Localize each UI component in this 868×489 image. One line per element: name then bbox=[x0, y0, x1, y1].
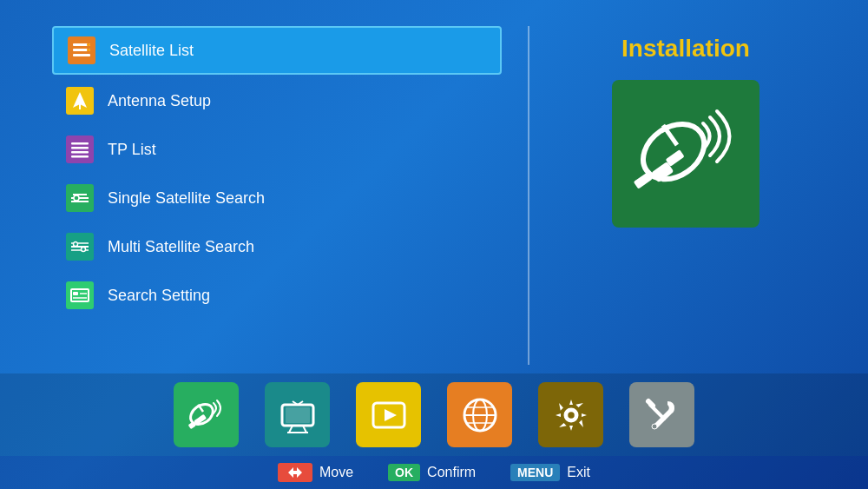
right-panel: Installation bbox=[556, 26, 816, 365]
menu-item-tp-list[interactable]: TP List bbox=[52, 127, 502, 172]
move-key-icon bbox=[278, 463, 312, 482]
bottom-icon-media[interactable] bbox=[356, 382, 421, 447]
svg-point-50 bbox=[652, 424, 657, 429]
tp-list-icon bbox=[66, 135, 94, 163]
content-area: Satellite List Antenna Setup bbox=[0, 0, 868, 373]
svg-point-19 bbox=[82, 248, 86, 252]
menu-item-search-setting[interactable]: Search Setting bbox=[52, 273, 502, 318]
bottom-icon-tv[interactable] bbox=[265, 382, 330, 447]
bottom-icon-tools[interactable] bbox=[629, 382, 694, 447]
svg-point-49 bbox=[567, 411, 575, 420]
menu-label-satellite-list: Satellite List bbox=[109, 42, 194, 60]
exit-status: MENU Exit bbox=[510, 464, 590, 481]
single-satellite-search-icon bbox=[66, 184, 94, 212]
left-panel: Satellite List Antenna Setup bbox=[52, 26, 502, 365]
multi-satellite-search-icon bbox=[66, 233, 94, 261]
main-container: Satellite List Antenna Setup bbox=[0, 0, 868, 489]
svg-line-52 bbox=[648, 401, 653, 406]
svg-rect-2 bbox=[73, 54, 90, 56]
status-bar: Move OK Confirm MENU Exit bbox=[0, 456, 868, 489]
svg-rect-8 bbox=[71, 147, 89, 149]
bottom-icon-settings[interactable] bbox=[538, 382, 603, 447]
antenna-setup-icon bbox=[66, 87, 94, 115]
menu-label-antenna-setup: Antenna Setup bbox=[108, 92, 211, 110]
menu-label-search-setting: Search Setting bbox=[108, 287, 210, 305]
svg-point-14 bbox=[74, 195, 79, 201]
svg-marker-54 bbox=[293, 467, 302, 478]
svg-rect-9 bbox=[71, 151, 89, 154]
svg-marker-42 bbox=[385, 409, 397, 421]
svg-rect-10 bbox=[71, 155, 89, 158]
svg-rect-4 bbox=[87, 49, 90, 51]
menu-item-multi-satellite-search[interactable]: Multi Satellite Search bbox=[52, 224, 502, 269]
svg-rect-35 bbox=[286, 407, 310, 423]
move-label: Move bbox=[319, 465, 353, 480]
exit-label: Exit bbox=[567, 465, 590, 480]
satellite-preview-box bbox=[612, 80, 760, 228]
menu-item-antenna-setup[interactable]: Antenna Setup bbox=[52, 78, 502, 123]
search-setting-icon bbox=[66, 281, 94, 309]
menu-label-single-satellite-search: Single Satellite Search bbox=[108, 189, 265, 208]
satellite-list-icon bbox=[68, 36, 95, 64]
bottom-icons-bar bbox=[0, 373, 868, 456]
menu-item-satellite-list[interactable]: Satellite List bbox=[52, 26, 502, 75]
installation-title: Installation bbox=[621, 35, 750, 63]
svg-point-18 bbox=[74, 242, 78, 247]
svg-rect-21 bbox=[73, 292, 78, 295]
confirm-label: Confirm bbox=[427, 465, 476, 480]
ok-key-badge: OK bbox=[388, 464, 420, 481]
svg-rect-3 bbox=[87, 43, 90, 46]
menu-item-single-satellite-search[interactable]: Single Satellite Search bbox=[52, 175, 502, 221]
bottom-icon-internet[interactable] bbox=[447, 382, 512, 447]
bottom-icon-satellite[interactable] bbox=[174, 382, 239, 447]
menu-label-tp-list: TP List bbox=[108, 141, 156, 159]
svg-rect-7 bbox=[71, 142, 89, 145]
menu-label-multi-satellite-search: Multi Satellite Search bbox=[108, 238, 254, 256]
vertical-divider bbox=[528, 26, 529, 365]
confirm-status: OK Confirm bbox=[388, 464, 476, 481]
menu-key-badge: MENU bbox=[510, 464, 560, 481]
move-status: Move bbox=[278, 463, 353, 482]
